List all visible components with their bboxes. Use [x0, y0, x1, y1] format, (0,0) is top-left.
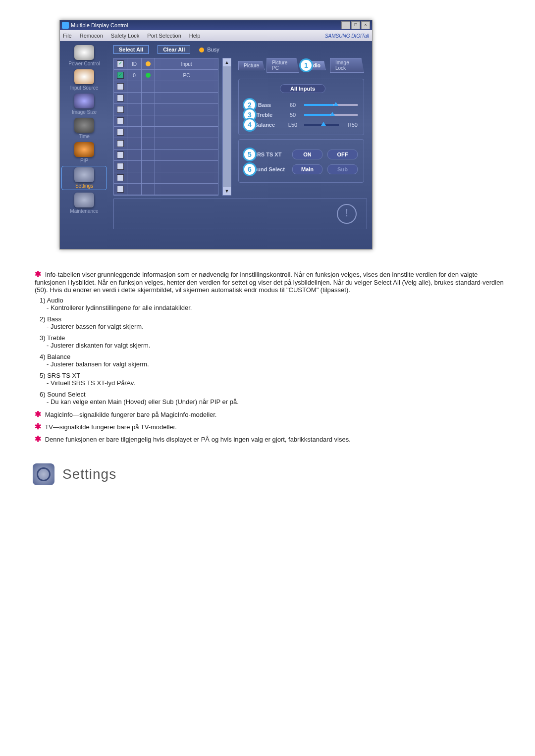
intro-text: Info-tabellen viser grunnleggende inform…: [35, 271, 504, 294]
sidebar-item-maintenance[interactable]: Maintenance: [62, 193, 107, 214]
slider-thumb-icon[interactable]: [333, 102, 338, 106]
callout-badge-5: 5: [243, 148, 257, 161]
select-all-button[interactable]: Select All: [113, 45, 149, 54]
row-checkbox[interactable]: [117, 186, 124, 193]
note-line: ✱ TV—signalkilde fungerer bare på TV-mod…: [35, 422, 505, 431]
row-checkbox[interactable]: [117, 117, 124, 124]
sidebar-item-pip[interactable]: PIP: [62, 142, 107, 163]
info-icon: !: [337, 204, 357, 224]
row-checkbox[interactable]: [117, 163, 124, 170]
balance-right: R50: [343, 122, 358, 128]
star-icon: ✱: [35, 410, 41, 418]
header-input: Input: [155, 61, 218, 67]
sidebar-item-time[interactable]: Time: [62, 118, 107, 139]
app-window: Multiple Display Control _ □ × File Remo…: [59, 20, 373, 250]
row-checkbox[interactable]: [117, 72, 124, 79]
sound-select-row: 6 Sound Select Main Sub: [248, 164, 358, 174]
brand-label: SAMSUNG DIGITall: [325, 33, 369, 39]
sound-sub-button[interactable]: Sub: [327, 164, 358, 174]
clear-all-button[interactable]: Clear All: [158, 45, 190, 54]
scroll-up-icon[interactable]: ▲: [223, 58, 231, 66]
balance-row: 4 Balance L50 R50: [248, 122, 358, 128]
grid-scrollbar[interactable]: ▲ ▼: [222, 58, 231, 196]
display-grid: ID Input 0 PC: [113, 58, 218, 196]
intro-block: ✱ Info-tabellen viser grunnleggende info…: [35, 269, 505, 294]
slider-thumb-icon[interactable]: [330, 112, 335, 116]
list-item: 2) Bass - Justerer bassen for valgt skje…: [40, 315, 505, 330]
row-checkbox[interactable]: [117, 140, 124, 147]
app-icon: [62, 22, 69, 29]
row-checkbox[interactable]: [117, 106, 124, 113]
menu-remocon[interactable]: Remocon: [80, 33, 103, 39]
minimize-button[interactable]: _: [341, 21, 350, 29]
list-item: 5) SRS TS XT - Virtuell SRS TS XT-lyd På…: [40, 372, 505, 387]
table-row[interactable]: [114, 115, 218, 127]
audio-sliders-frame: All Inputs 2 Bass 60 3 Treble 50: [238, 79, 364, 135]
pip-icon: [74, 142, 94, 157]
table-row[interactable]: [114, 138, 218, 150]
row-status-icon: [146, 73, 151, 78]
table-row[interactable]: [114, 104, 218, 115]
grid-header: ID Input: [114, 58, 218, 70]
tab-image-lock[interactable]: Image Lock: [330, 58, 364, 73]
maintenance-icon: [74, 193, 94, 207]
note-line: ✱ MagicInfo—signalkilde fungerer bare på…: [35, 409, 505, 419]
row-checkbox[interactable]: [117, 95, 124, 101]
menu-safety-lock[interactable]: Safety Lock: [111, 33, 139, 39]
bass-row: 2 Bass 60: [248, 102, 358, 108]
image-size-icon: [74, 94, 94, 108]
main-pane: Select All Clear All Busy ID Input 0: [108, 41, 372, 249]
header-id: ID: [127, 58, 142, 69]
balance-slider[interactable]: [304, 124, 339, 126]
sidebar-item-image-size[interactable]: Image Size: [62, 94, 107, 115]
titlebar: Multiple Display Control _ □ ×: [60, 20, 372, 30]
maximize-button[interactable]: □: [351, 21, 360, 29]
list-item: 3) Treble - Justerer diskanten for valgt…: [40, 334, 505, 349]
srs-off-button[interactable]: OFF: [327, 150, 358, 159]
bass-slider[interactable]: [304, 104, 358, 106]
sidebar-item-input-source[interactable]: Input Source: [62, 69, 107, 91]
slider-thumb-icon[interactable]: [321, 122, 326, 126]
callout-badge-6: 6: [243, 162, 257, 176]
list-item: 4) Balance - Justerer balansen for valgt…: [40, 353, 505, 368]
table-row[interactable]: [114, 150, 218, 161]
table-row[interactable]: 0 PC: [114, 70, 218, 81]
srs-on-button[interactable]: ON: [292, 150, 322, 159]
settings-section-title: Settings: [62, 466, 116, 482]
treble-row: 3 Treble 50: [248, 112, 358, 118]
star-icon: ✱: [35, 270, 41, 278]
tab-picture[interactable]: Picture: [238, 61, 265, 70]
table-row[interactable]: [114, 161, 218, 172]
table-row[interactable]: [114, 184, 218, 195]
srs-row: 5 SRS TS XT ON OFF: [248, 150, 358, 159]
sound-main-button[interactable]: Main: [292, 164, 322, 174]
sidebar-item-power-control[interactable]: Power Control: [62, 45, 107, 66]
list-item: 6) Sound Select - Du kan velge enten Mai…: [40, 391, 505, 405]
table-row[interactable]: [114, 93, 218, 104]
settings-section-icon: [33, 463, 54, 485]
table-row[interactable]: [114, 127, 218, 138]
menu-help[interactable]: Help: [189, 33, 201, 39]
header-checkbox-icon[interactable]: [117, 60, 124, 67]
tab-picture-pc[interactable]: Picture PC: [267, 58, 299, 73]
sidebar: Power Control Input Source Image Size Ti…: [60, 41, 108, 249]
row-id: 0: [127, 70, 142, 81]
callout-badge-4: 4: [243, 118, 257, 132]
balance-left: L50: [285, 122, 300, 128]
sidebar-item-settings[interactable]: Settings: [62, 166, 107, 190]
all-inputs-pill[interactable]: All Inputs: [280, 84, 325, 93]
row-checkbox[interactable]: [117, 83, 124, 90]
input-source-icon: [74, 69, 94, 84]
menu-file[interactable]: File: [63, 33, 72, 39]
table-row[interactable]: [114, 81, 218, 93]
row-checkbox[interactable]: [117, 129, 124, 136]
close-button[interactable]: ×: [361, 21, 370, 29]
treble-slider[interactable]: [304, 114, 358, 116]
callout-badge-1: 1: [299, 58, 313, 72]
row-checkbox[interactable]: [117, 174, 124, 181]
row-checkbox[interactable]: [117, 151, 124, 158]
table-row[interactable]: [114, 172, 218, 184]
window-title: Multiple Display Control: [71, 22, 128, 28]
menu-port-selection[interactable]: Port Selection: [147, 33, 181, 39]
scroll-down-icon[interactable]: ▼: [223, 187, 231, 195]
